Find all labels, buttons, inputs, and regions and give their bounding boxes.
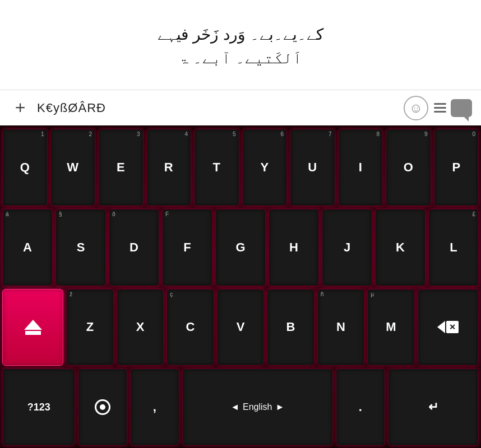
- key-u[interactable]: 7U: [290, 129, 335, 206]
- urdu-line1: کے۔یے۔بے۔ وَرد زَخَر فیہے: [11, 23, 470, 46]
- key-w-super: 2: [89, 131, 92, 137]
- key-s-super: §: [59, 211, 62, 217]
- key-o-super: 9: [424, 131, 428, 137]
- key-w[interactable]: 2W: [50, 129, 96, 206]
- key-y[interactable]: 6Y: [242, 129, 288, 206]
- key-g[interactable]: G: [215, 209, 266, 286]
- key-d-super: ð: [112, 211, 115, 217]
- key-c[interactable]: çC: [166, 289, 214, 366]
- num-label: ?123: [27, 402, 50, 413]
- lang-left-arrow: ◄: [230, 402, 239, 412]
- toolbar: + ☺: [0, 90, 481, 125]
- enter-key[interactable]: ↵: [388, 368, 479, 446]
- key-f-super: F: [165, 211, 169, 217]
- key-c-super: ç: [170, 291, 173, 297]
- key-f[interactable]: FF: [162, 209, 212, 286]
- urdu-line2: اَلکَتیے۔ آبے۔ ۃ: [11, 46, 470, 70]
- key-n[interactable]: ñN: [317, 289, 365, 366]
- key-o[interactable]: 9O: [386, 129, 431, 206]
- key-row-1: 1Q 2W 3E 4R 5T 6Y 7U 8I 9O 0P: [2, 129, 479, 206]
- key-b[interactable]: B: [267, 289, 314, 366]
- lang-right-arrow: ►: [275, 402, 284, 412]
- key-i[interactable]: 8I: [338, 129, 383, 206]
- key-s[interactable]: §S: [55, 209, 106, 286]
- num-key[interactable]: ?123: [2, 368, 75, 446]
- menu-button[interactable]: [434, 99, 472, 117]
- key-a[interactable]: áA: [2, 209, 53, 286]
- keyboard: 1Q 2W 3E 4R 5T 6Y 7U 8I 9O 0P áA §S ðD F…: [0, 125, 481, 448]
- key-m[interactable]: µM: [367, 289, 415, 366]
- menu-lines-icon: [434, 103, 446, 113]
- enter-icon: ↵: [428, 400, 438, 414]
- key-q-super: 1: [41, 131, 44, 137]
- emoji-button[interactable]: ☺: [404, 96, 428, 120]
- key-h[interactable]: H: [269, 209, 319, 286]
- language-selector: ◄ English ►: [230, 402, 284, 412]
- speech-bubble-icon: [451, 99, 472, 117]
- key-y-super: 6: [280, 131, 284, 137]
- key-row-bottom: ?123 , ◄ English ► . ↵: [2, 368, 479, 446]
- emoji-icon-face: ☺: [409, 100, 423, 116]
- key-z[interactable]: žZ: [66, 289, 114, 366]
- key-x[interactable]: X: [117, 289, 164, 366]
- key-n-super: ñ: [321, 291, 324, 297]
- comma-label: ,: [153, 400, 156, 414]
- backspace-key[interactable]: ✕: [418, 289, 479, 366]
- key-e[interactable]: 3E: [98, 129, 144, 206]
- key-k[interactable]: K: [375, 209, 425, 286]
- key-row-3: žZ X çC V B ñN µM ✕: [2, 289, 479, 366]
- key-z-super: ž: [70, 291, 72, 297]
- key-v[interactable]: V: [217, 289, 265, 366]
- key-q[interactable]: 1Q: [2, 129, 48, 206]
- key-row-2: áA §S ðD FF G H J K £L: [2, 209, 479, 286]
- key-i-super: 8: [376, 131, 380, 137]
- language-key[interactable]: ◄ English ►: [182, 368, 333, 446]
- settings-key[interactable]: [78, 368, 127, 446]
- key-m-super: µ: [371, 291, 374, 297]
- add-icon[interactable]: +: [9, 97, 31, 118]
- settings-icon: [95, 399, 110, 415]
- lang-label: English: [243, 402, 272, 412]
- key-l-super: £: [472, 211, 475, 217]
- key-t-super: 5: [233, 131, 236, 137]
- backspace-icon: ✕: [437, 321, 459, 333]
- key-r[interactable]: 4R: [146, 129, 192, 206]
- urdu-text-area: کے۔یے۔بے۔ وَرد زَخَر فیہے اَلکَتیے۔ آبے۔…: [0, 0, 481, 90]
- shift-key[interactable]: [2, 289, 63, 366]
- key-j[interactable]: J: [322, 209, 372, 286]
- key-l[interactable]: £L: [428, 209, 479, 286]
- key-a-super: á: [6, 211, 9, 217]
- key-e-super: 3: [137, 131, 140, 137]
- key-p-super: 0: [472, 131, 475, 137]
- text-input[interactable]: [37, 101, 398, 115]
- period-label: .: [359, 400, 362, 414]
- key-p[interactable]: 0P: [434, 129, 479, 206]
- key-t[interactable]: 5T: [194, 129, 239, 206]
- key-d[interactable]: ðD: [109, 209, 159, 286]
- key-r-super: 4: [184, 131, 188, 137]
- key-u-super: 7: [329, 131, 332, 137]
- comma-key[interactable]: ,: [130, 368, 179, 446]
- shift-icon: [24, 320, 42, 335]
- period-key[interactable]: .: [336, 368, 385, 446]
